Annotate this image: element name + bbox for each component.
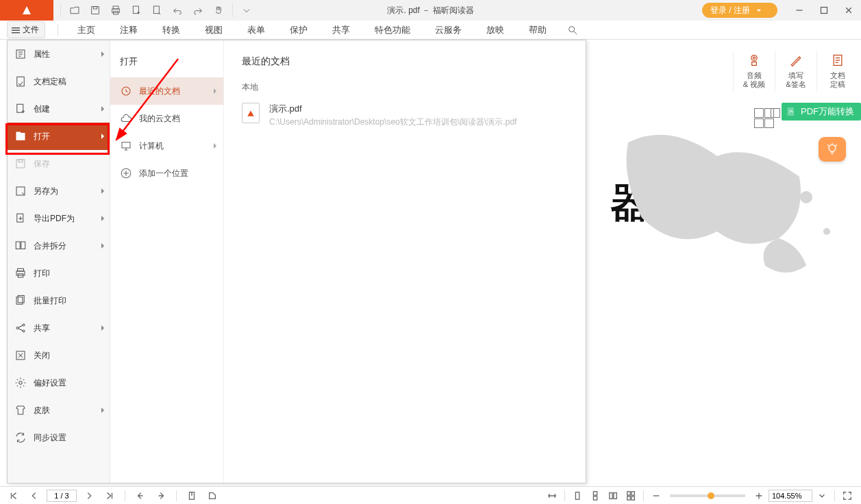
facing-page-icon[interactable] bbox=[605, 488, 621, 503]
file-menu-item-0[interactable]: 属性 bbox=[8, 40, 110, 68]
open-icon[interactable] bbox=[65, 1, 84, 19]
title-bar: 演示. pdf － 福昕阅读器 登录 / 注册 bbox=[0, 0, 861, 21]
bookmark-icon[interactable] bbox=[184, 488, 200, 503]
grid-view-icon[interactable] bbox=[754, 108, 764, 118]
svg-rect-47 bbox=[593, 496, 597, 499]
svg-rect-2 bbox=[113, 6, 118, 9]
search-icon[interactable] bbox=[563, 21, 582, 39]
ribbon-tab-9[interactable]: 放映 bbox=[474, 20, 516, 40]
svg-rect-28 bbox=[16, 242, 20, 249]
minimize-button[interactable] bbox=[787, 0, 812, 21]
new-page-icon[interactable] bbox=[147, 1, 166, 19]
ribbon-tab-0[interactable]: 主页 bbox=[65, 20, 108, 40]
login-button[interactable]: 登录 / 注册 bbox=[702, 3, 777, 18]
close-button[interactable] bbox=[836, 0, 861, 21]
ribbon-tab-3[interactable]: 视图 bbox=[192, 20, 235, 40]
file-tab[interactable]: 文件 bbox=[7, 21, 45, 38]
zoom-out-button[interactable] bbox=[648, 488, 664, 503]
continuous-facing-icon[interactable] bbox=[623, 488, 639, 503]
file-menu-item-1[interactable]: 文档定稿 bbox=[8, 68, 110, 95]
file-menu-item-7[interactable]: 合并拆分 bbox=[8, 232, 110, 260]
print-icon[interactable] bbox=[106, 1, 125, 19]
tag-icon[interactable] bbox=[204, 488, 221, 503]
file-menu-item-8[interactable]: 打印 bbox=[8, 260, 110, 287]
first-page-button[interactable] bbox=[5, 488, 22, 503]
open-source-item-3[interactable]: 添加一个位置 bbox=[110, 160, 223, 187]
redo-icon[interactable] bbox=[188, 1, 208, 19]
svg-point-18 bbox=[829, 144, 836, 151]
svg-rect-41 bbox=[122, 142, 130, 148]
nav-fwd-button[interactable] bbox=[153, 488, 169, 503]
file-menu-column1: 属性文档定稿创建打开保存另存为导出PDF为合并拆分打印批量打印共享关闭偏好设置皮… bbox=[8, 40, 110, 483]
file-menu-item-12[interactable]: 偏好设置 bbox=[8, 369, 110, 396]
last-page-button[interactable] bbox=[101, 488, 118, 503]
idea-fab-button[interactable] bbox=[819, 137, 846, 162]
open-source-item-0[interactable]: 最近的文档 bbox=[110, 77, 223, 105]
file-menu-item-14[interactable]: 同步设置 bbox=[8, 424, 110, 451]
file-menu-item-13[interactable]: 皮肤 bbox=[8, 396, 110, 424]
ribbon-tabs: 文件 主页注释转换视图表单保护共享特色功能云服务放映帮助 bbox=[0, 21, 861, 40]
file-menu-item-4: 保存 bbox=[8, 150, 110, 177]
finalize-button[interactable]: 文档定稿 bbox=[821, 45, 854, 98]
fill-sign-button[interactable]: 填写&签名 bbox=[779, 45, 812, 98]
recent-docs-section: 本地 bbox=[242, 81, 568, 93]
file-menu-item-11[interactable]: 关闭 bbox=[8, 342, 110, 369]
ribbon-tab-8[interactable]: 云服务 bbox=[423, 20, 474, 40]
page-indicator-input[interactable] bbox=[47, 490, 77, 502]
hand-tool-icon[interactable] bbox=[209, 1, 228, 19]
pdf-convert-button[interactable]: PDF万能转换 bbox=[782, 103, 861, 121]
ribbon-tool-group: 音频& 视频 填写&签名 文档定稿 bbox=[729, 41, 854, 101]
ribbon-tab-4[interactable]: 表单 bbox=[235, 20, 277, 40]
open-source-item-2[interactable]: 计算机 bbox=[110, 132, 223, 160]
svg-rect-45 bbox=[575, 492, 579, 499]
file-menu-item-6[interactable]: 导出PDF为 bbox=[8, 205, 110, 232]
svg-rect-24 bbox=[16, 160, 25, 168]
qat-dropdown-icon[interactable] bbox=[237, 1, 256, 19]
ribbon-tab-6[interactable]: 共享 bbox=[320, 20, 362, 40]
map-graphic bbox=[601, 122, 847, 300]
svg-rect-0 bbox=[92, 7, 99, 14]
nav-back-button[interactable] bbox=[132, 488, 149, 503]
maximize-button[interactable] bbox=[812, 0, 836, 21]
page-view-icon[interactable] bbox=[771, 108, 780, 118]
fit-width-icon[interactable] bbox=[544, 488, 560, 503]
file-menu-item-3[interactable]: 打开 bbox=[8, 123, 110, 150]
zoom-level-input[interactable] bbox=[769, 490, 812, 502]
login-label: 登录 / 注册 bbox=[710, 5, 750, 16]
recent-file-item[interactable]: 演示.pdf C:\Users\Administrator\Desktop\se… bbox=[242, 103, 568, 128]
file-menu-column2: 打开 最近的文档我的云文档计算机添加一个位置 bbox=[110, 40, 224, 483]
svg-rect-23 bbox=[16, 134, 25, 140]
svg-rect-53 bbox=[632, 496, 634, 499]
add-page-icon[interactable] bbox=[127, 1, 146, 19]
svg-rect-51 bbox=[632, 491, 634, 494]
zoom-slider[interactable] bbox=[670, 494, 745, 497]
ribbon-tab-10[interactable]: 帮助 bbox=[516, 20, 559, 40]
svg-rect-9 bbox=[12, 29, 20, 31]
save-icon[interactable] bbox=[86, 1, 105, 19]
single-page-icon[interactable] bbox=[569, 488, 586, 503]
ribbon-tab-1[interactable]: 注释 bbox=[108, 20, 150, 40]
file-menu-panel: 属性文档定稿创建打开保存另存为导出PDF为合并拆分打印批量打印共享关闭偏好设置皮… bbox=[7, 40, 586, 483]
svg-rect-6 bbox=[153, 6, 159, 14]
ribbon-tab-5[interactable]: 保护 bbox=[277, 20, 320, 40]
ribbon-tab-2[interactable]: 转换 bbox=[150, 20, 192, 40]
undo-icon[interactable] bbox=[168, 1, 187, 19]
svg-rect-49 bbox=[614, 492, 616, 499]
pdf-file-icon bbox=[242, 103, 260, 123]
file-menu-item-2[interactable]: 创建 bbox=[8, 95, 110, 123]
fullscreen-icon[interactable] bbox=[839, 488, 856, 503]
ribbon-tab-7[interactable]: 特色功能 bbox=[362, 20, 423, 40]
svg-rect-52 bbox=[627, 496, 630, 499]
audio-video-button[interactable]: 音频& 视频 bbox=[738, 45, 771, 98]
next-page-button[interactable] bbox=[81, 488, 97, 503]
open-source-item-1[interactable]: 我的云文档 bbox=[110, 105, 223, 132]
svg-rect-46 bbox=[593, 491, 597, 494]
zoom-in-button[interactable] bbox=[751, 488, 767, 503]
file-menu-item-5[interactable]: 另存为 bbox=[8, 177, 110, 205]
file-menu-item-9[interactable]: 批量打印 bbox=[8, 287, 110, 314]
continuous-page-icon[interactable] bbox=[587, 488, 603, 503]
file-menu-item-10[interactable]: 共享 bbox=[8, 314, 110, 342]
zoom-dropdown-icon[interactable] bbox=[814, 488, 830, 503]
prev-page-button[interactable] bbox=[26, 488, 42, 503]
svg-rect-8 bbox=[12, 27, 20, 29]
